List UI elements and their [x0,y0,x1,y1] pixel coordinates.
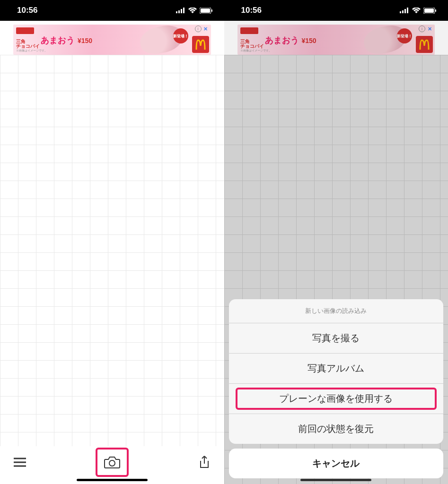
ad-line1: 三角 チョコパイ [240,39,264,49]
status-bar: 10:56 [0,0,224,21]
svg-rect-17 [435,9,436,12]
ad-brand: あまおう [265,36,299,44]
svg-rect-3 [183,8,184,13]
menu-button[interactable] [11,454,28,471]
svg-rect-0 [176,11,177,13]
status-icons [400,8,437,14]
hamburger-icon [14,458,26,467]
cellular-icon [176,8,185,13]
svg-rect-14 [407,8,408,13]
phone-screen-right: 10:56 三角 チョコパイ あまおう ¥150 ※画像はイメージです。 新登場… [224,0,448,484]
ad-banner[interactable]: 三角 チョコパイ あまおう ¥150 ※画像はイメージです。 新登場！ i ✕ [237,25,435,55]
ad-info-controls: i ✕ [419,26,433,32]
status-bar: 10:56 [224,0,448,21]
ad-price: ¥150 [302,37,316,44]
ad-text: 三角 チョコパイ あまおう ¥150 [240,36,316,49]
share-button[interactable] [196,454,213,471]
sheet-cancel-button[interactable]: キャンセル [229,449,444,478]
svg-rect-16 [424,9,434,13]
wifi-icon [412,8,421,13]
sheet-option-use-plain-image[interactable]: プレーンな画像を使用する [229,384,444,414]
ad-info-controls: i ✕ [195,26,209,32]
action-sheet: 新しい画像の読み込み 写真を撮る 写真アルバム プレーンな画像を使用する 前回の… [224,295,448,484]
ad-text: 三角 チョコパイ あまおう ¥150 [16,36,92,49]
ad-line1: 三角 チョコパイ [16,39,40,49]
svg-rect-2 [181,9,182,13]
ad-banner[interactable]: 三角 チョコパイ あまおう ¥150 ※画像はイメージです。 新登場！ i ✕ [13,25,211,55]
sheet-option-photo-album[interactable]: 写真アルバム [229,354,444,384]
battery-icon [423,8,437,14]
svg-rect-6 [211,9,212,12]
status-time: 10:56 [241,6,262,15]
ad-close-icon[interactable]: ✕ [426,26,433,32]
ad-price: ¥150 [78,37,92,44]
ad-badge: 新登場！ [173,28,188,43]
sheet-option-take-photo[interactable]: 写真を撮る [229,323,444,354]
camera-button-highlight [96,448,129,477]
home-indicator[interactable] [77,479,148,481]
phone-screen-left: 10:56 三角 チョコパイ あまおう ¥150 ※画像はイメージです。 新登場… [0,0,224,484]
svg-rect-1 [178,10,180,13]
ad-tag [16,27,34,34]
status-icons [176,8,213,14]
svg-rect-5 [201,9,210,13]
share-icon [199,455,210,469]
ad-info-icon[interactable]: i [195,26,202,32]
ad-subtext: ※画像はイメージです。 [16,49,47,53]
ad-subtext: ※画像はイメージです。 [240,49,272,53]
ad-close-icon[interactable]: ✕ [202,26,209,32]
wifi-icon [188,8,197,13]
status-time: 10:56 [17,6,37,15]
canvas-grid[interactable] [0,55,224,484]
svg-rect-11 [400,11,401,13]
action-sheet-title: 新しい画像の読み込み [229,299,444,323]
battery-icon [200,8,213,14]
mcdonalds-logo-icon [192,36,209,53]
svg-point-10 [109,460,115,466]
svg-rect-12 [402,10,404,13]
camera-icon [104,456,121,469]
home-indicator[interactable] [300,479,371,481]
svg-rect-13 [404,9,406,13]
sheet-option-restore-previous[interactable]: 前回の状態を復元 [229,414,444,444]
ad-info-icon[interactable]: i [419,26,425,32]
ad-badge: 新登場！ [397,28,412,43]
camera-button[interactable] [104,454,121,471]
mcdonalds-logo-icon [416,36,433,53]
cellular-icon [400,8,409,13]
bottom-toolbar [0,446,224,484]
ad-brand: あまおう [41,36,75,44]
action-sheet-group: 新しい画像の読み込み 写真を撮る 写真アルバム プレーンな画像を使用する 前回の… [229,299,444,444]
ad-tag [240,27,258,34]
